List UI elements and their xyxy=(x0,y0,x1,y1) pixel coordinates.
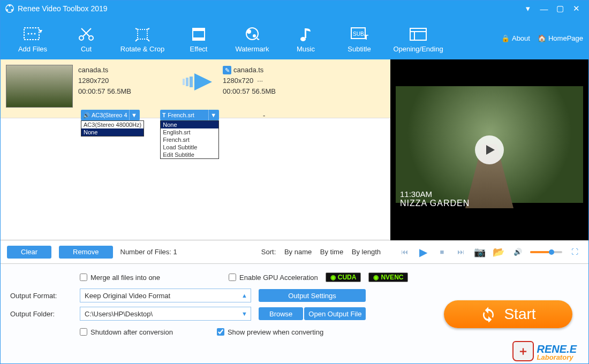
dropdown-item[interactable]: AC3(Stereo 48000Hz) xyxy=(81,121,144,128)
toolbar-cut[interactable]: Cut xyxy=(59,24,113,53)
next-button[interactable]: ⏭ xyxy=(455,248,467,256)
volume-slider[interactable] xyxy=(530,251,562,253)
svg-point-9 xyxy=(79,36,84,40)
open-output-button[interactable]: Open Output File xyxy=(304,307,366,320)
play-button[interactable]: ▶ xyxy=(417,246,429,259)
output-format-combo[interactable]: Keep Original Video Format▲ xyxy=(80,289,251,302)
dropdown-item[interactable]: Edit Subtitle xyxy=(161,151,218,158)
speaker-icon: 🔊 xyxy=(83,112,89,118)
text-icon: T xyxy=(162,112,165,118)
dropdown-item[interactable]: French.srt xyxy=(161,136,218,143)
homepage-link[interactable]: 🏠HomePage xyxy=(538,34,583,42)
open-folder-button[interactable]: 📂 xyxy=(492,246,505,258)
about-label: About xyxy=(512,34,530,42)
svg-point-1 xyxy=(9,5,11,7)
dropdown-item[interactable]: None xyxy=(81,128,144,136)
svg-point-6 xyxy=(28,33,29,34)
chevron-down-icon: ▼ xyxy=(208,110,218,120)
svg-rect-28 xyxy=(190,77,193,87)
plus-key-icon: ＋ xyxy=(512,341,534,361)
dest-meta: 00:00:57 56.5MB xyxy=(223,86,276,97)
scissors-icon xyxy=(59,24,113,45)
toolbar-label: Rotate & Crop xyxy=(113,45,172,53)
output-format-value: Keep Original Video Format xyxy=(85,292,170,300)
start-label: Start xyxy=(504,306,535,323)
toolbar-add-files[interactable]: ▾ Add Files xyxy=(6,24,59,53)
merge-checkbox[interactable]: Merge all files into one xyxy=(80,274,160,282)
stop-button[interactable]: ■ xyxy=(436,248,449,256)
start-button[interactable]: Start xyxy=(444,300,572,328)
snapshot-button[interactable]: 📷 xyxy=(473,246,486,258)
shutdown-label: Shutdown after conversion xyxy=(90,328,173,336)
maximize-button[interactable]: ▢ xyxy=(552,4,568,13)
shutdown-checkbox[interactable]: Shutdown after conversion xyxy=(80,328,173,336)
sort-label: Sort: xyxy=(261,248,276,256)
preview-panel: 11:30AM NIZZA GARDEN xyxy=(390,59,588,240)
source-resolution: 1280x720 xyxy=(78,75,175,86)
svg-point-3 xyxy=(6,9,9,11)
dropdown-item[interactable]: English.srt xyxy=(161,128,218,136)
audio-selected: AC3(Stereo 4 xyxy=(92,112,127,118)
settings-panel: Merge all files into one Enable GPU Acce… xyxy=(1,264,588,364)
sort-by-time[interactable]: By time xyxy=(320,248,343,256)
chevron-down-icon: ▼ xyxy=(129,110,139,120)
preview-canvas[interactable]: 11:30AM NIZZA GARDEN xyxy=(390,75,588,224)
svg-rect-26 xyxy=(183,79,185,85)
close-button[interactable]: ✕ xyxy=(568,4,584,13)
effect-icon xyxy=(172,24,225,45)
gpu-label: Enable GPU Acceleration xyxy=(239,274,318,282)
preview-controls: ⏮ ▶ ■ ⏭ 📷 📂 🔊 ⛶ xyxy=(390,240,588,264)
dropdown-item[interactable]: Load Subtitle xyxy=(161,143,218,151)
output-folder-label: Output Folder: xyxy=(8,310,72,318)
prev-button[interactable]: ⏮ xyxy=(398,248,411,256)
show-preview-checkbox[interactable]: Show preview when converting xyxy=(217,328,323,336)
svg-rect-27 xyxy=(186,78,188,86)
show-preview-label: Show preview when converting xyxy=(228,328,323,336)
subtitle-dropdown[interactable]: TFrench.srt▼ NoneEnglish.srtFrench.srtLo… xyxy=(160,110,219,159)
fullscreen-button[interactable]: ⛶ xyxy=(568,248,581,256)
svg-point-17 xyxy=(253,35,255,37)
browse-button[interactable]: Browse xyxy=(259,307,303,320)
svg-point-8 xyxy=(34,33,36,34)
svg-point-15 xyxy=(246,28,258,40)
sort-by-name[interactable]: By name xyxy=(284,248,312,256)
remove-button[interactable]: Remove xyxy=(59,246,112,259)
toolbar-label: Music xyxy=(279,45,333,53)
destination-info: ✎canada.ts 1280x720 ··· 00:00:57 56.5MB xyxy=(223,65,276,97)
chevron-up-icon: ▲ xyxy=(241,292,247,299)
sort-by-length[interactable]: By length xyxy=(352,248,381,256)
edit-icon[interactable]: ✎ xyxy=(223,66,231,74)
dropdown-item[interactable]: None xyxy=(161,121,218,128)
sort-group: Sort: By name By time By length xyxy=(258,248,384,256)
play-overlay-button[interactable] xyxy=(475,135,504,164)
toolbar-effect[interactable]: Effect xyxy=(172,24,225,53)
dropdown-icon[interactable]: ▾ xyxy=(520,4,536,13)
output-settings-button[interactable]: Output Settings xyxy=(259,289,366,302)
arrow-icon xyxy=(180,65,217,93)
toolbar: ▾ Add Files Cut Rotate & Crop Effect Wat… xyxy=(1,17,588,59)
gpu-checkbox[interactable]: Enable GPU Acceleration xyxy=(229,274,318,282)
preview-caption: 11:30AM NIZZA GARDEN xyxy=(400,189,470,208)
toolbar-watermark[interactable]: Watermark xyxy=(225,24,279,53)
svg-point-10 xyxy=(89,36,93,40)
toolbar-rotate-crop[interactable]: Rotate & Crop xyxy=(113,24,172,53)
toolbar-subtitle[interactable]: SUBT Subtitle xyxy=(333,24,386,53)
clear-button[interactable]: Clear xyxy=(7,246,51,259)
chevron-down-icon: ▼ xyxy=(241,310,247,317)
minimize-button[interactable]: — xyxy=(536,4,552,13)
svg-rect-11 xyxy=(138,29,147,39)
source-info: canada.ts 1280x720 00:00:57 56.5MB xyxy=(78,65,175,97)
toolbar-label: Cut xyxy=(59,45,113,53)
toolbar-music[interactable]: Music xyxy=(279,24,333,53)
toolbar-opening-ending[interactable]: Opening/Ending xyxy=(386,24,450,53)
refresh-icon xyxy=(480,306,496,322)
output-folder-combo[interactable]: C:\Users\HP\Desktop\▼ xyxy=(80,307,251,321)
svg-rect-19 xyxy=(305,28,306,38)
audio-dropdown[interactable]: 🔊AC3(Stereo 4▼ AC3(Stereo 48000Hz)None xyxy=(81,110,144,159)
svg-text:T: T xyxy=(364,33,368,41)
preview-time: 11:30AM xyxy=(400,189,470,199)
about-link[interactable]: 🔒About xyxy=(501,34,530,42)
svg-point-7 xyxy=(31,33,33,34)
dest-more[interactable]: ··· xyxy=(257,77,263,85)
volume-icon[interactable]: 🔊 xyxy=(511,248,524,256)
